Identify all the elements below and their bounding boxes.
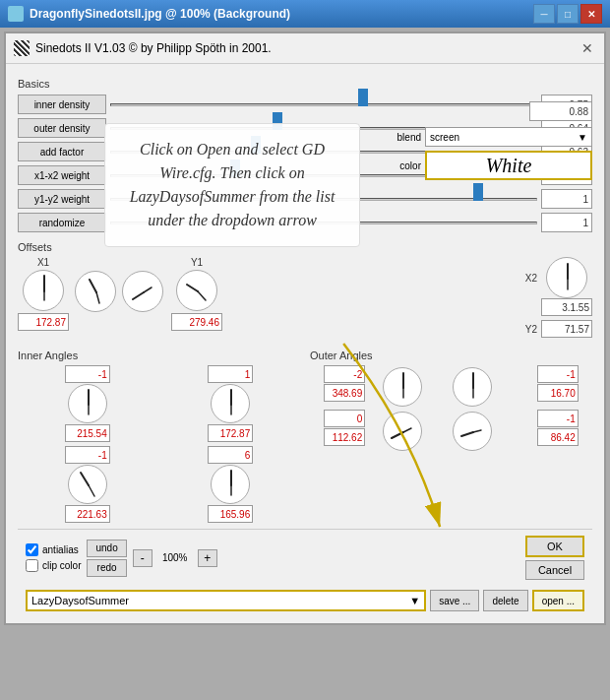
color-row: color White (386, 151, 592, 180)
x1-extra-dials (75, 271, 116, 312)
add-factor-thumb[interactable] (251, 136, 261, 154)
blend-above-value[interactable] (529, 101, 592, 121)
outer-dial-2[interactable] (453, 367, 492, 407)
undo-button[interactable]: undo (87, 540, 126, 557)
window-title: DragonflySinedotsII.jpg @ 100% (Backgrou… (30, 7, 533, 21)
action-row: LazyDaysofSummer ▼ save ... delete open … (18, 586, 592, 615)
outer-angle-4-top[interactable] (537, 410, 579, 427)
outer-angle-3-top[interactable] (324, 410, 365, 427)
blend-arrow-icon: ▼ (578, 132, 587, 143)
svg-line-7 (198, 291, 206, 300)
inner-angles-group: Inner Angles (18, 344, 300, 523)
inner-angle-4-bottom[interactable] (208, 505, 253, 523)
svg-line-25 (473, 430, 481, 432)
y1y2-weight-value[interactable] (541, 189, 592, 209)
outer-angle-2-top[interactable] (537, 365, 579, 383)
open-button[interactable]: open ... (532, 590, 584, 611)
y2-value[interactable] (541, 320, 592, 338)
inner-dial-1[interactable] (68, 384, 107, 423)
outer-dial-3[interactable] (383, 412, 422, 451)
randomize-value[interactable] (541, 213, 592, 232)
outer-dial-4[interactable] (453, 412, 492, 451)
ok-cancel-group: OK Cancel (525, 536, 584, 580)
x1x2-weight-thumb[interactable] (230, 159, 240, 177)
inner-angle-1-top[interactable] (65, 365, 110, 383)
outer-angles-grid (310, 365, 592, 451)
x1-value[interactable] (18, 313, 69, 331)
x1-dial-3[interactable] (122, 271, 163, 312)
x1x2-weight-button[interactable]: x1-x2 weight (18, 165, 106, 185)
y1-dial[interactable] (176, 270, 217, 311)
dialog-close-button[interactable]: ✕ (579, 39, 596, 57)
outer-angles-group: Outer Angles (310, 344, 592, 523)
ok-button[interactable]: OK (525, 536, 584, 557)
offsets-container: Offsets X1 (18, 241, 592, 338)
y1y2-weight-thumb[interactable] (473, 183, 483, 201)
x2-value[interactable] (541, 298, 592, 316)
inner-density-button[interactable]: inner density (18, 95, 106, 114)
inner-angle-4-top[interactable] (208, 446, 253, 464)
add-factor-button[interactable]: add factor (18, 142, 106, 161)
x2-dial[interactable] (546, 257, 587, 298)
preset-dropdown[interactable]: LazyDaysofSummer ▼ (26, 590, 426, 611)
x2-label: X2 (525, 273, 537, 284)
inner-angle-1-bottom[interactable] (65, 424, 110, 442)
save-button[interactable]: save ... (430, 590, 479, 611)
zoom-value: 100% (155, 552, 195, 563)
inner-dial-4[interactable] (211, 465, 250, 504)
x1-dial[interactable] (23, 270, 64, 311)
outer-angle-4-bottom[interactable] (537, 428, 579, 446)
outer-angle-2-bottom[interactable] (537, 384, 579, 402)
x1-dial-3-group (122, 271, 163, 312)
cancel-button[interactable]: Cancel (525, 560, 584, 580)
clip-color-checkbox[interactable] (26, 559, 38, 572)
dialog-content: Basics inner density outer density (6, 64, 604, 623)
zoom-plus-button[interactable]: + (198, 549, 217, 567)
inner-density-thumb[interactable] (358, 89, 368, 106)
outer-angle-3-bottom[interactable] (324, 428, 365, 446)
outer-density-thumb[interactable] (273, 112, 282, 130)
offsets-section-label: Offsets (18, 241, 592, 253)
dropdown-arrow-icon: ▼ (409, 595, 420, 606)
inner-dial-3[interactable] (68, 465, 107, 504)
x1-offset-group: X1 (18, 257, 69, 331)
outer-density-button[interactable]: outer density (18, 118, 106, 138)
x2y2-groups: X2 Y2 (525, 257, 592, 338)
antialias-checkbox[interactable] (26, 543, 38, 556)
y1y2-weight-slider[interactable] (110, 190, 537, 208)
x1-dial-2[interactable] (75, 271, 116, 312)
blend-value-row (386, 101, 592, 121)
outer-angle-2 (523, 365, 593, 402)
redo-button[interactable]: redo (87, 559, 126, 577)
y1-value[interactable] (171, 313, 222, 331)
inner-dial-2[interactable] (211, 384, 250, 423)
x1-label: X1 (37, 257, 49, 268)
randomize-slider[interactable] (110, 214, 537, 231)
inner-angle-3-bottom[interactable] (65, 505, 110, 523)
y1y2-weight-button[interactable]: y1-y2 weight (18, 189, 106, 209)
antialias-row[interactable]: antialias (26, 543, 81, 556)
checkbox-group: antialias clip color (26, 543, 81, 572)
window-close-button[interactable]: ✕ (580, 4, 602, 24)
inner-angle-2-top[interactable] (208, 365, 253, 383)
clip-color-row[interactable]: clip color (26, 559, 81, 572)
inner-angle-2-bottom[interactable] (208, 424, 253, 442)
basics-section-label: Basics (18, 78, 592, 90)
dialog-title-text: Sinedots II V1.03 © by Philipp Spöth in … (35, 41, 272, 55)
inner-angle-3-top[interactable] (65, 446, 110, 464)
maximize-button[interactable]: □ (557, 4, 579, 24)
zoom-minus-button[interactable]: - (133, 549, 152, 567)
delete-button[interactable]: delete (483, 590, 527, 611)
zoom-control: - 100% + (133, 549, 217, 567)
randomize-button[interactable]: randomize (18, 213, 106, 232)
blend-row: blend screen ▼ (386, 127, 592, 147)
outer-angle-3 (310, 410, 380, 446)
y1-offset-group: Y1 (171, 257, 222, 331)
outer-dial-1[interactable] (383, 367, 422, 407)
color-picker[interactable]: White (425, 151, 592, 180)
minimize-button[interactable]: ─ (533, 4, 555, 24)
blend-dropdown[interactable]: screen ▼ (425, 127, 592, 147)
outer-angle-1-bottom[interactable] (324, 384, 365, 402)
y2-label: Y2 (525, 324, 537, 335)
outer-angle-1-top[interactable] (324, 365, 365, 383)
